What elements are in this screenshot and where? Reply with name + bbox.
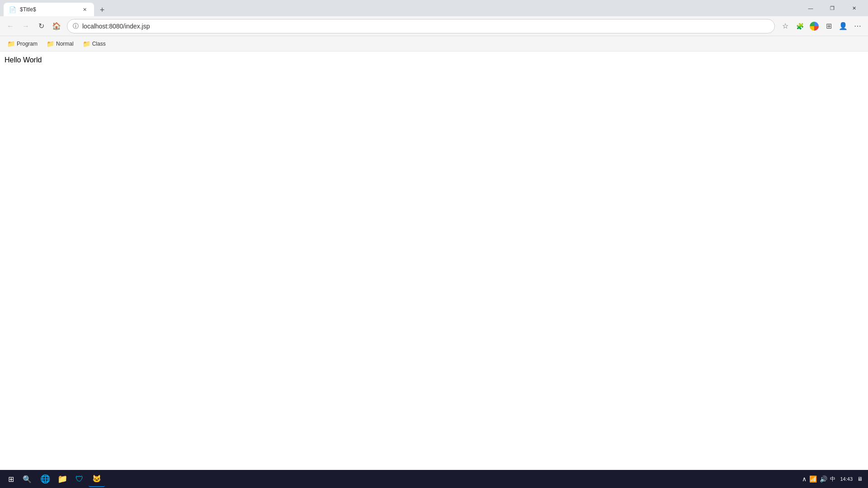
security-icon: 🛡 [75,474,84,484]
taskbar-security[interactable]: 🛡 [71,471,88,487]
new-tab-button[interactable]: + [96,4,108,16]
minimize-button[interactable]: — [800,1,821,15]
collections-button[interactable]: ⊞ [822,19,835,33]
browser-window: 📄 $Title$ ✕ + — ❐ ✕ ← → ↻ 🏠 ⓘ ☆ 🧩 [0,0,868,488]
bookmark-normal[interactable]: 📁 Normal [43,38,77,49]
home-button[interactable]: 🏠 [50,19,63,33]
bookmark-class-label: Class [92,41,106,47]
folder-icon: 📁 [7,40,15,47]
page-content: Hello World [0,52,868,488]
extension-icon[interactable]: 🧩 [793,19,807,33]
title-bar: 📄 $Title$ ✕ + — ❐ ✕ [0,0,868,16]
taskbar-explorer[interactable]: 📁 [54,471,71,487]
taskbar-search-button[interactable]: 🔍 [19,471,35,487]
close-button[interactable]: ✕ [844,1,864,15]
tab-bar: 📄 $Title$ ✕ + [4,0,800,16]
chrome-icon[interactable] [807,19,821,33]
address-input[interactable] [82,23,769,30]
chrome-color-icon [810,22,819,31]
taskbar: ⊞ 🔍 🌐 📁 🛡 🐱 ∧ 📶 🔊 中 14:43 🖥 [0,470,868,488]
volume-icon[interactable]: 🔊 [820,475,827,483]
back-button[interactable]: ← [4,19,17,33]
search-icon: 🔍 [23,475,32,483]
tab-title: $Title$ [20,6,77,13]
chevron-up-icon[interactable]: ∧ [802,475,807,483]
network-icon[interactable]: 📶 [809,475,817,483]
navigation-bar: ← → ↻ 🏠 ⓘ ☆ 🧩 ⊞ 👤 ⋯ [0,16,868,36]
taskbar-clock[interactable]: 14:43 [838,476,854,482]
forward-button[interactable]: → [19,19,33,33]
profile-button[interactable]: 👤 [836,19,850,33]
show-desktop-button[interactable]: 🖥 [857,476,863,482]
bookmark-program-label: Program [17,41,38,47]
tab-page-icon: 📄 [9,6,16,13]
bookmark-class[interactable]: 📁 Class [79,38,109,49]
active-tab[interactable]: 📄 $Title$ ✕ [4,3,94,16]
windows-logo: ⊞ [8,475,14,483]
taskbar-app[interactable]: 🐱 [89,471,105,487]
taskbar-system-icons: ∧ 📶 🔊 中 [802,475,835,483]
taskbar-right: ∧ 📶 🔊 中 14:43 🖥 [802,475,865,483]
start-button[interactable]: ⊞ [3,471,19,487]
taskbar-items: 🌐 📁 🛡 🐱 [37,471,105,487]
ime-icon[interactable]: 中 [830,475,835,483]
bookmark-normal-label: Normal [56,41,74,47]
settings-button[interactable]: ⋯ [851,19,864,33]
edge-icon: 🌐 [40,474,50,484]
explorer-icon: 📁 [57,474,67,484]
folder-icon: 📁 [83,40,90,47]
clock-time: 14:43 [840,476,853,482]
favorites-button[interactable]: ☆ [778,19,792,33]
nav-right-controls: ☆ 🧩 ⊞ 👤 ⋯ [778,19,864,33]
bookmarks-bar: 📁 Program 📁 Normal 📁 Class [0,36,868,52]
taskbar-edge[interactable]: 🌐 [37,471,53,487]
maximize-button[interactable]: ❐ [822,1,843,15]
folder-icon: 📁 [47,40,54,47]
info-icon: ⓘ [73,22,79,30]
address-bar-container[interactable]: ⓘ [67,19,775,33]
window-controls: — ❐ ✕ [800,1,864,15]
reload-button[interactable]: ↻ [34,19,48,33]
bookmark-program[interactable]: 📁 Program [4,38,41,49]
tab-close-button[interactable]: ✕ [80,5,89,14]
hello-world-text: Hello World [5,56,863,64]
app-icon: 🐱 [92,474,101,483]
